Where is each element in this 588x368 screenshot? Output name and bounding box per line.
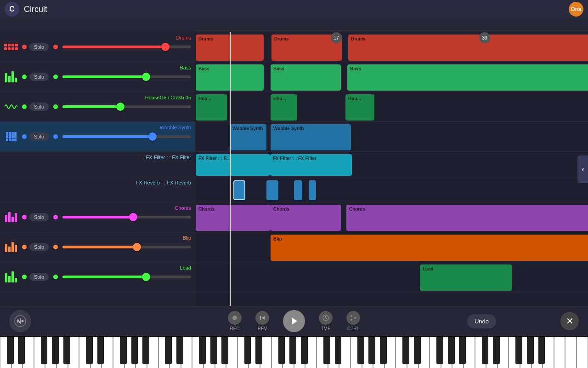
piano-black-key[interactable] — [244, 337, 251, 364]
piano-black-key[interactable] — [221, 337, 228, 364]
bass-volume-slider[interactable] — [62, 75, 191, 79]
timeline-area[interactable]: ‹ Drums Drums Drums Drums Drums Bass — [195, 32, 588, 306]
piano-black-key[interactable] — [63, 337, 70, 364]
piano-black-key[interactable] — [142, 337, 149, 364]
fx-reverb-clip-row[interactable] — [195, 177, 588, 202]
piano-black-key[interactable] — [515, 337, 522, 364]
piano-black-key[interactable] — [335, 337, 342, 364]
rev-button[interactable]: REV — [255, 311, 269, 331]
clip-drums-1[interactable]: Drums — [196, 34, 264, 61]
bass-enable-dot[interactable] — [22, 75, 27, 79]
clip-fx-filter-1[interactable]: FX Filter : : F... — [196, 154, 270, 176]
lead-volume-slider[interactable] — [62, 275, 191, 279]
drums-clip-row[interactable]: Drums Drums Drums Drums Drums — [195, 32, 588, 62]
piano-black-key[interactable] — [538, 337, 545, 364]
housegen-solo-button[interactable]: Solo — [29, 103, 49, 111]
clip-housegen-3[interactable]: Hou... — [345, 94, 374, 121]
piano-black-key[interactable] — [493, 337, 500, 364]
housegen-clip-row[interactable]: Hou... Hou... Hou... Hou... Hou... — [195, 92, 588, 122]
piano-black-key[interactable] — [131, 337, 138, 364]
clip-bass-2[interactable]: Bass — [271, 64, 341, 91]
clip-chords-1[interactable]: Chords — [196, 205, 271, 231]
clip-bass-1[interactable]: Bass — [196, 64, 264, 91]
clip-wobble-2[interactable]: Wobble Synth — [271, 124, 351, 150]
clip-drums-3[interactable]: Drums — [348, 34, 588, 61]
piano-black-key[interactable] — [7, 337, 14, 364]
piano-black-key[interactable] — [436, 337, 443, 364]
wobble-enable-dot[interactable] — [22, 134, 27, 139]
piano-black-key[interactable] — [176, 337, 183, 364]
piano-white-key[interactable]: C10 — [554, 337, 565, 368]
piano-black-key[interactable] — [278, 337, 285, 364]
piano-black-key[interactable] — [301, 337, 308, 364]
piano-black-key[interactable] — [368, 337, 375, 364]
piano-black-key[interactable] — [448, 337, 455, 364]
bass-solo-button[interactable]: Solo — [29, 73, 49, 81]
piano-white-key[interactable] — [565, 337, 577, 368]
wobble-solo-button[interactable]: Solo — [29, 132, 49, 141]
bass-mute-dot[interactable] — [53, 75, 58, 79]
piano-black-key[interactable] — [120, 337, 127, 364]
drums-enable-dot[interactable] — [22, 45, 27, 49]
clip-fx-reverb-1[interactable] — [233, 180, 245, 200]
piano-black-key[interactable] — [255, 337, 262, 364]
piano-black-key[interactable] — [380, 337, 387, 364]
clip-housegen-2[interactable]: Hou... — [271, 94, 297, 121]
clip-blip-1[interactable]: Blip — [271, 235, 588, 261]
lead-mute-dot[interactable] — [53, 275, 58, 279]
drums-volume-slider[interactable] — [62, 45, 191, 49]
piano-black-key[interactable] — [402, 337, 409, 364]
piano-black-key[interactable] — [323, 337, 330, 364]
lead-solo-button[interactable]: Solo — [29, 273, 49, 281]
piano-black-key[interactable] — [459, 337, 466, 364]
clip-wobble-1[interactable]: Wobble Synth — [230, 124, 266, 150]
clip-lead-1[interactable]: Lead — [420, 264, 512, 291]
piano-black-key[interactable] — [527, 337, 534, 364]
piano-black-key[interactable] — [210, 337, 217, 364]
wobble-volume-slider[interactable] — [62, 134, 191, 139]
blip-enable-dot[interactable] — [22, 245, 27, 249]
piano-black-key[interactable] — [52, 337, 59, 364]
app-logo[interactable]: C — [5, 2, 19, 17]
ctrl-button[interactable]: CTRL — [346, 311, 360, 331]
clip-fx-reverb-4[interactable] — [309, 180, 316, 200]
chords-clip-row[interactable]: Chords Chords Chords Chords Chords — [195, 202, 588, 232]
wobble-mute-dot[interactable] — [53, 134, 58, 139]
piano-black-key[interactable] — [165, 337, 172, 364]
chords-solo-button[interactable]: Solo — [29, 213, 49, 221]
housegen-enable-dot[interactable] — [22, 104, 27, 109]
clip-fx-reverb-3[interactable] — [294, 180, 302, 200]
blip-clip-row[interactable]: Blip Blip — [195, 232, 588, 262]
drums-solo-button[interactable]: Solo — [29, 43, 49, 51]
housegen-volume-slider[interactable] — [62, 104, 191, 109]
tmp-button[interactable]: TMP — [319, 311, 333, 331]
play-button[interactable] — [283, 310, 305, 332]
piano-black-key[interactable] — [18, 337, 25, 364]
fx-filter-clip-row[interactable]: FX Filter : : F... FX Filter : : FX Filt… — [195, 152, 588, 177]
piano-black-key[interactable] — [41, 337, 48, 364]
undo-button[interactable]: Undo — [467, 314, 496, 328]
blip-solo-button[interactable]: Solo — [29, 243, 49, 251]
piano-black-key[interactable] — [289, 337, 296, 364]
blip-mute-dot[interactable] — [53, 245, 58, 249]
piano-keyboard[interactable]: // Will be generated by JS C3C4C5C6C7C8C… — [0, 336, 588, 368]
piano-black-key[interactable] — [357, 337, 364, 364]
clip-bass-3[interactable]: Bass — [347, 64, 588, 91]
clip-fx-filter-2[interactable]: FX Filter : : FX Filter — [270, 154, 352, 176]
wobble-clip-row[interactable]: Wobble Synth Wobble Synth Wobble Synth W… — [195, 122, 588, 152]
bass-clip-row[interactable]: Bass Bass Bass Bass Bass — [195, 62, 588, 92]
user-avatar[interactable]: Ona — [569, 2, 583, 17]
piano-black-key[interactable] — [482, 337, 489, 364]
piano-black-key[interactable] — [414, 337, 421, 364]
housegen-mute-dot[interactable] — [53, 104, 58, 109]
mixer-button[interactable] — [9, 310, 31, 332]
blip-volume-slider[interactable] — [62, 245, 191, 249]
lead-enable-dot[interactable] — [22, 275, 27, 279]
close-button[interactable]: ✕ — [560, 312, 579, 330]
drums-mute-dot[interactable] — [53, 45, 58, 49]
lead-clip-row[interactable]: Lead — [195, 262, 588, 292]
chords-enable-dot[interactable] — [22, 215, 27, 219]
chords-mute-dot[interactable] — [53, 215, 58, 219]
rec-button[interactable]: REC — [228, 311, 242, 331]
clip-fx-reverb-2[interactable] — [266, 180, 278, 200]
